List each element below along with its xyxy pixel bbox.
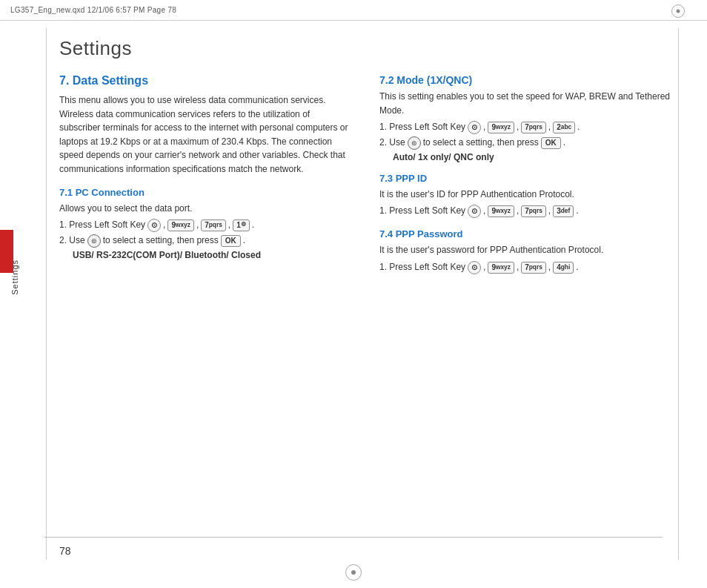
comma-73-2: , xyxy=(517,204,519,218)
right-margin-line xyxy=(678,28,679,560)
nav-icon-71: ⊜ xyxy=(87,234,101,248)
period-73-1: . xyxy=(576,204,578,218)
nav-icon-72: ⊜ xyxy=(408,136,421,150)
step1-text-73: 1. Press Left Soft Key xyxy=(379,204,465,218)
key-9wxyz-74: 9wxyz xyxy=(488,262,514,274)
left-column: 7. Data Settings This menu allows you to… xyxy=(59,74,350,276)
comma-1: , xyxy=(163,218,165,232)
comma-73-3: , xyxy=(548,204,551,218)
section-73-heading: 7.3 PPP ID xyxy=(379,173,670,184)
header-text: LG357_Eng_new.qxd 12/1/06 6:57 PM Page 7… xyxy=(10,6,176,14)
period-72-1: . xyxy=(577,120,580,134)
right-column: 7.2 Mode (1X/QNC) This is setting enable… xyxy=(379,74,670,276)
key-7pqrs-71: 7pqrs xyxy=(201,219,226,231)
comma-3: , xyxy=(228,218,230,232)
section-72-body: This is setting enables you to set the s… xyxy=(379,90,670,117)
sidebar-label: Settings xyxy=(10,260,19,295)
ok-btn-71: OK xyxy=(221,235,241,247)
soft-key-icon-71-1: ⊙ xyxy=(147,219,161,232)
bottom-divider xyxy=(44,537,663,538)
header-bar: LG357_Eng_new.qxd 12/1/06 6:57 PM Page 7… xyxy=(0,0,707,21)
key-1-71: 1⚙ xyxy=(233,219,250,231)
ok-btn-72: OK xyxy=(541,137,561,149)
section-73-body: It is the user's ID for PPP Authenticati… xyxy=(379,188,670,202)
section-72-options: Auto/ 1x only/ QNC only xyxy=(393,152,670,162)
comma-74-3: , xyxy=(548,260,551,274)
soft-key-icon-72-1: ⊙ xyxy=(468,121,481,134)
key-9wxyz-73: 9wxyz xyxy=(488,205,514,217)
section-72-step1: 1. Press Left Soft Key ⊙ , 9wxyz , 7pqrs… xyxy=(379,120,670,134)
period-1: . xyxy=(252,218,254,232)
key-9wxyz-72: 9wxyz xyxy=(488,122,514,133)
soft-key-icon-73-1: ⊙ xyxy=(468,205,481,218)
key-3def-73: 3def xyxy=(553,205,574,217)
step1-text-72: 1. Press Left Soft Key xyxy=(379,120,465,134)
step1-text: 1. Press Left Soft Key xyxy=(59,218,145,232)
section-71-step1: 1. Press Left Soft Key ⊙ , 9wxyz , 7pqrs… xyxy=(59,218,350,232)
comma-73-1: , xyxy=(483,204,485,218)
top-circle-decoration xyxy=(671,4,685,18)
comma-74-2: , xyxy=(517,260,519,274)
key-7pqrs-72: 7pqrs xyxy=(521,122,546,133)
page-number: 78 xyxy=(59,545,71,557)
step2-mid-72: to select a setting, then press xyxy=(423,136,539,150)
comma-2: , xyxy=(196,218,199,232)
section-71-heading: 7.1 PC Connection xyxy=(59,187,350,198)
key-7pqrs-73: 7pqrs xyxy=(521,205,546,217)
section-72-step2: 2. Use ⊜ to select a setting, then press… xyxy=(379,136,670,150)
section-71-body: Allows you to select the data port. xyxy=(59,202,350,216)
key-2abc-72: 2abc xyxy=(553,122,575,133)
soft-key-icon-74-1: ⊙ xyxy=(468,261,481,274)
section-71-options: USB/ RS-232C(COM Port)/ Bluetooth/ Close… xyxy=(73,250,350,260)
page-title: Settings xyxy=(59,37,132,60)
left-margin-line xyxy=(46,28,47,560)
comma-72-3: , xyxy=(548,120,551,134)
section-74-step1: 1. Press Left Soft Key ⊙ , 9wxyz , 7pqrs… xyxy=(379,260,670,274)
step2-text-72: 2. Use xyxy=(379,136,405,150)
section-7-heading: 7. Data Settings xyxy=(59,74,350,87)
bottom-circle-decoration xyxy=(345,564,362,581)
key-4ghi-74: 4ghi xyxy=(553,262,574,274)
key-7pqrs-74: 7pqrs xyxy=(521,262,546,274)
period-2: . xyxy=(243,234,245,248)
step1-text-74: 1. Press Left Soft Key xyxy=(379,260,465,274)
period-74-1: . xyxy=(576,260,578,274)
section-74-body: It is the user's password for PPP Authen… xyxy=(379,243,670,257)
step2-mid: to select a setting, then press xyxy=(103,234,219,248)
comma-72-1: , xyxy=(483,120,485,134)
period-72-2: . xyxy=(563,136,565,150)
section-7-body: This menu allows you to use wireless dat… xyxy=(59,93,350,176)
step2-text: 2. Use xyxy=(59,234,85,248)
comma-72-2: , xyxy=(517,120,519,134)
section-71-step2: 2. Use ⊜ to select a setting, then press… xyxy=(59,234,350,248)
section-72-heading: 7.2 Mode (1X/QNC) xyxy=(379,74,670,86)
key-9wxyz-71: 9wxyz xyxy=(167,219,193,231)
section-74-heading: 7.4 PPP Password xyxy=(379,228,670,240)
section-73-step1: 1. Press Left Soft Key ⊙ , 9wxyz , 7pqrs… xyxy=(379,204,670,218)
main-content: 7. Data Settings This menu allows you to… xyxy=(59,74,670,276)
comma-74-1: , xyxy=(483,260,485,274)
